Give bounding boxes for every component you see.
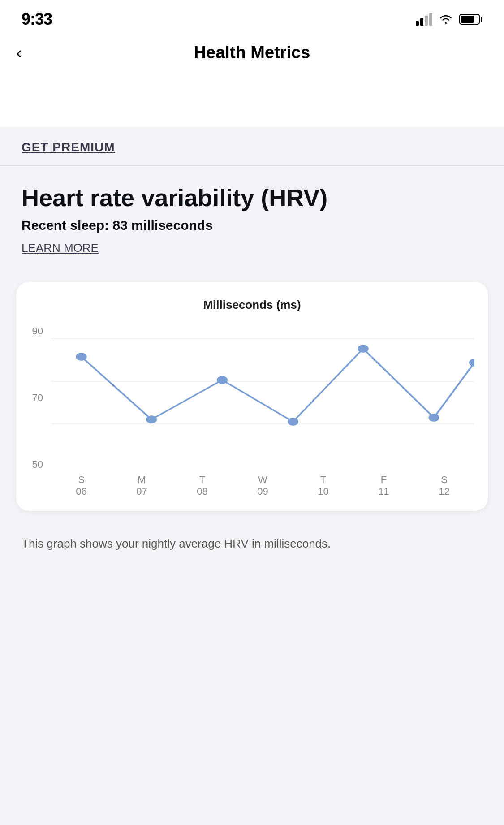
- signal-icon: [416, 13, 432, 26]
- y-label-90: 90: [30, 325, 43, 337]
- x-label-w09: W 09: [250, 474, 276, 497]
- get-premium-link[interactable]: GET PREMIUM: [22, 140, 115, 154]
- data-point-s06: [76, 353, 86, 361]
- data-point-w09: [288, 418, 298, 426]
- data-point-s12: [469, 359, 474, 367]
- x-label-t10: T 10: [310, 474, 337, 497]
- premium-section: GET PREMIUM: [0, 127, 504, 166]
- hrv-subtitle: Recent sleep: 83 milliseconds: [22, 218, 482, 233]
- status-bar: 9:33: [0, 0, 504, 36]
- chart-body: S 06 M 07 T 08 W 09 T 10: [51, 325, 474, 497]
- data-point-m07: [146, 415, 157, 423]
- y-axis: 90 70 50: [30, 325, 51, 497]
- chart-area: 90 70 50: [30, 325, 474, 497]
- nav-bar: ‹ Health Metrics: [0, 36, 504, 73]
- battery-icon: [459, 14, 482, 25]
- page-title: Health Metrics: [194, 43, 310, 62]
- description-text: This graph shows your nightly average HR…: [22, 535, 482, 553]
- status-icons: [416, 13, 482, 26]
- hrv-line-chart: [51, 325, 474, 469]
- white-space: [0, 73, 504, 127]
- x-label-f11: F 11: [370, 474, 397, 497]
- data-point-t08: [217, 376, 228, 384]
- x-axis: S 06 M 07 T 08 W 09 T 10: [51, 474, 474, 497]
- hrv-chart-card: Milliseconds (ms) 90 70 50: [16, 282, 488, 511]
- description-section: This graph shows your nightly average HR…: [0, 524, 504, 570]
- learn-more-link[interactable]: LEARN MORE: [22, 241, 99, 255]
- status-time: 9:33: [22, 10, 52, 29]
- y-label-70: 70: [30, 392, 43, 404]
- wifi-icon: [439, 14, 453, 25]
- x-label-s06: S 06: [68, 474, 95, 497]
- data-point-t10: [358, 345, 368, 353]
- x-label-s12: S 12: [431, 474, 458, 497]
- x-label-m07: M 07: [129, 474, 155, 497]
- data-point-f11: [428, 414, 439, 422]
- hrv-section: Heart rate variability (HRV) Recent slee…: [0, 166, 504, 268]
- y-label-50: 50: [30, 459, 43, 471]
- chart-title: Milliseconds (ms): [30, 298, 474, 312]
- x-label-t08: T 08: [189, 474, 216, 497]
- back-button[interactable]: ‹: [16, 44, 22, 61]
- hrv-title: Heart rate variability (HRV): [22, 184, 482, 212]
